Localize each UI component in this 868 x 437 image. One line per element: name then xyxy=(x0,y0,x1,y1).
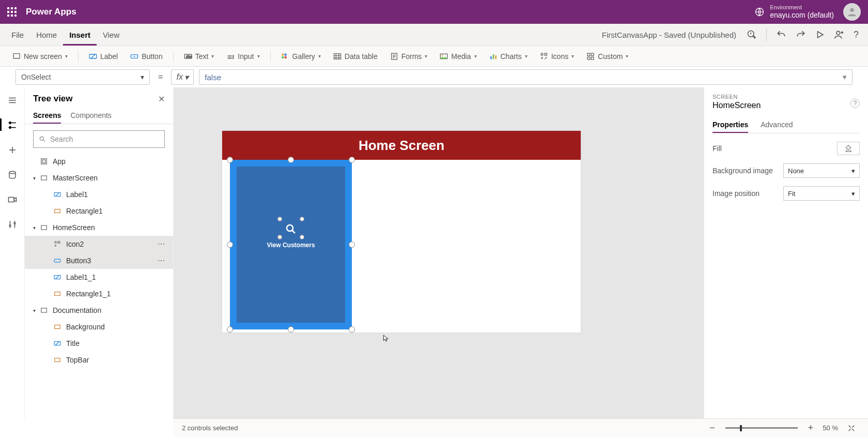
bg-image-dropdown[interactable]: None ▾ xyxy=(783,163,860,178)
more-icon[interactable]: ⋯ xyxy=(158,240,166,248)
data-table-label: Data table xyxy=(345,52,378,61)
tree-node-background[interactable]: Background xyxy=(25,319,173,335)
tools-icon[interactable] xyxy=(7,219,18,230)
tab-screens[interactable]: Screens xyxy=(33,108,61,124)
menu-home[interactable]: Home xyxy=(30,24,63,46)
tree-node-app[interactable]: App xyxy=(25,153,173,170)
collapse-icon[interactable]: ▾ xyxy=(33,175,39,181)
media-button[interactable]: Media ▾ xyxy=(435,50,482,63)
tree-node-masterscreen[interactable]: ▾ MasterScreen xyxy=(25,170,173,186)
gallery-button[interactable]: Gallery ▾ xyxy=(276,50,326,63)
formula-input[interactable]: false ▾ xyxy=(199,69,853,85)
menu-view[interactable]: View xyxy=(97,24,126,46)
resize-handle[interactable] xyxy=(227,326,233,333)
search-input[interactable]: Search xyxy=(33,130,165,148)
canvas-header: Home Screen xyxy=(222,131,581,160)
svg-rect-34 xyxy=(42,160,45,163)
play-icon[interactable] xyxy=(815,30,825,39)
data-table-button[interactable]: Data table xyxy=(328,50,383,63)
resize-handle[interactable] xyxy=(349,326,355,333)
selection-status: 2 controls selected xyxy=(182,424,238,432)
left-rail xyxy=(0,87,25,418)
tree-node-label1[interactable]: Label1 xyxy=(25,186,173,203)
main-area: Tree view ✕ Screens Components Search Ap… xyxy=(0,87,868,418)
button-button[interactable]: Button xyxy=(125,50,167,63)
canvas-area[interactable]: Home Screen V xyxy=(174,87,704,418)
svg-rect-27 xyxy=(592,57,594,59)
add-icon[interactable] xyxy=(7,144,18,156)
undo-icon[interactable] xyxy=(776,29,786,40)
svg-rect-12 xyxy=(284,53,286,55)
svg-point-1 xyxy=(850,8,854,12)
input-button[interactable]: Input ▾ xyxy=(221,50,265,63)
canvas-screen[interactable]: Home Screen V xyxy=(222,131,581,333)
tree-node-icon2[interactable]: Icon2 ⋯ xyxy=(25,236,173,252)
menu-insert[interactable]: Insert xyxy=(63,24,97,46)
fill-swatch[interactable] xyxy=(837,142,860,155)
icons-button[interactable]: Icons ▾ xyxy=(535,50,579,63)
label-button[interactable]: Label xyxy=(84,50,123,63)
tree-node-rectangle1-1[interactable]: Rectangle1_1 xyxy=(25,285,173,302)
img-pos-dropdown[interactable]: Fit ▾ xyxy=(783,186,860,201)
environment-icon[interactable] xyxy=(754,7,765,17)
forms-button[interactable]: Forms ▾ xyxy=(385,50,433,63)
collapse-icon[interactable]: ▾ xyxy=(33,308,39,313)
property-dropdown[interactable]: OnSelect ▾ xyxy=(16,69,150,85)
user-avatar[interactable] xyxy=(843,3,861,21)
hamburger-icon[interactable] xyxy=(7,95,18,106)
fit-screen-button[interactable] xyxy=(843,424,860,432)
help-icon[interactable]: ? xyxy=(854,29,859,40)
resize-handle[interactable] xyxy=(288,157,294,163)
charts-button[interactable]: Charts ▾ xyxy=(484,50,533,63)
tree-view-icon[interactable] xyxy=(7,119,18,131)
zoom-in-button[interactable]: + xyxy=(804,423,818,433)
tree-node-title[interactable]: Title xyxy=(25,335,173,352)
resize-handle[interactable] xyxy=(349,157,355,163)
text-button[interactable]: Abc Text ▾ xyxy=(179,50,220,63)
tree-node-topbar[interactable]: TopBar xyxy=(25,352,173,368)
tree-node-label1-1[interactable]: Label1_1 xyxy=(25,269,173,285)
tree-node-homescreen[interactable]: ▾ HomeScreen xyxy=(25,219,173,236)
label-icon xyxy=(53,190,62,199)
selected-icon-control[interactable] xyxy=(280,219,302,237)
rectangle-icon xyxy=(53,206,62,216)
custom-button[interactable]: Custom ▾ xyxy=(581,50,633,63)
new-screen-button[interactable]: New screen ▾ xyxy=(7,50,73,63)
resize-handle[interactable] xyxy=(288,326,294,333)
media-label: Media xyxy=(451,52,471,61)
charts-label: Charts xyxy=(501,52,522,61)
tab-properties[interactable]: Properties xyxy=(712,117,748,133)
label-icon xyxy=(53,273,62,282)
fx-button[interactable]: fx▾ xyxy=(171,69,194,85)
environment-picker[interactable]: Environment enayu.com (default) xyxy=(770,4,834,20)
svg-rect-19 xyxy=(490,56,492,59)
selected-button-control[interactable]: View Customers xyxy=(230,160,352,329)
label-label: Label xyxy=(100,52,118,61)
help-icon[interactable]: ? xyxy=(850,99,860,108)
share-icon[interactable] xyxy=(834,29,844,40)
close-icon[interactable]: ✕ xyxy=(158,94,165,104)
resize-handle[interactable] xyxy=(349,242,355,248)
collapse-icon[interactable]: ▾ xyxy=(33,225,39,231)
more-icon[interactable]: ⋯ xyxy=(158,257,166,265)
waffle-icon[interactable] xyxy=(7,7,17,17)
svg-rect-40 xyxy=(58,242,60,244)
resize-handle[interactable] xyxy=(227,242,233,248)
data-icon[interactable] xyxy=(7,169,18,180)
menu-file[interactable]: File xyxy=(5,24,30,46)
icon-control-icon xyxy=(53,239,62,249)
zoom-slider[interactable] xyxy=(725,427,798,429)
zoom-out-button[interactable]: − xyxy=(705,423,719,433)
app-checker-icon[interactable] xyxy=(747,29,757,40)
tree-node-rectangle1[interactable]: Rectangle1 xyxy=(25,203,173,219)
tree-node-button3[interactable]: Button3 ⋯ xyxy=(25,252,173,269)
tree-node-documentation[interactable]: ▾ Documentation xyxy=(25,302,173,319)
tab-components[interactable]: Components xyxy=(70,108,111,124)
redo-icon[interactable] xyxy=(796,29,806,40)
custom-label: Custom xyxy=(598,52,623,61)
media-icon[interactable] xyxy=(7,194,18,205)
chevron-down-icon: ▾ xyxy=(571,53,574,59)
resize-handle[interactable] xyxy=(227,157,233,163)
tab-advanced[interactable]: Advanced xyxy=(761,117,793,133)
forms-label: Forms xyxy=(401,52,422,61)
